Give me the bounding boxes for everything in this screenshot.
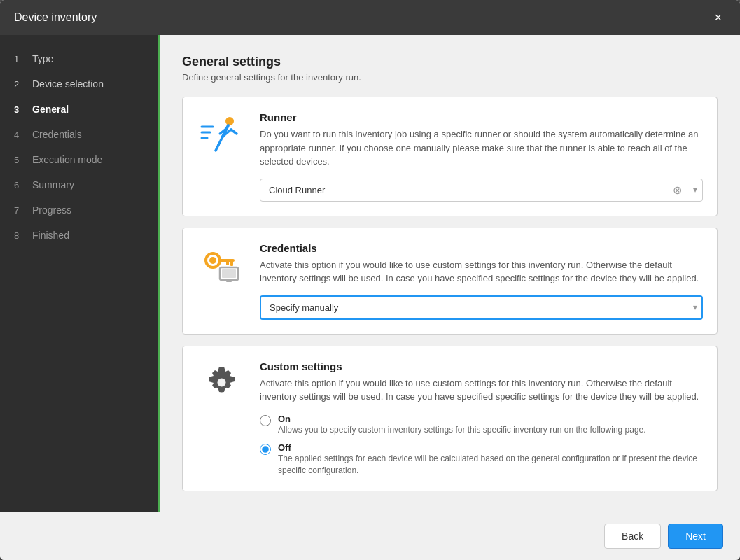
sidebar-label-summary: Summary [32,179,74,190]
step-num-4: 4 [14,130,25,140]
modal-body: 1 Type 2 Device selection 3 General 4 Cr… [0,35,740,512]
credentials-select-wrapper: Specify manually Use defaults From vault… [260,295,703,320]
radio-on-title: On [278,414,646,424]
svg-point-11 [209,257,216,264]
radio-off-title: Off [278,442,703,453]
credentials-icon [200,245,242,284]
sidebar-label-progress: Progress [32,204,71,216]
radio-on-item: On Allows you to specify custom inventor… [260,414,703,436]
svg-point-18 [217,378,225,386]
runner-card-content: Runner Do you want to run this inventory… [260,111,703,202]
sidebar-label-execution-mode: Execution mode [32,154,102,165]
radio-off-label: Off The applied settings for each device… [278,442,703,477]
main-content: General settings Define general settings… [160,35,740,512]
back-button[interactable]: Back [604,524,661,549]
close-button[interactable]: × [710,10,726,25]
sidebar-item-execution-mode[interactable]: 5 Execution mode [0,147,158,172]
sidebar-label-type: Type [32,53,53,64]
svg-point-3 [225,117,234,125]
content-subheading: Define general settings for the inventor… [182,72,718,83]
runner-description: Do you want to run this inventory job us… [260,127,703,169]
modal-footer: Back Next [0,512,740,560]
credentials-select[interactable]: Specify manually Use defaults From vault [260,295,703,320]
radio-on-input[interactable] [260,415,271,426]
runner-icon-container [197,111,246,156]
custom-settings-card: Custom settings Activate this option if … [182,346,718,491]
runner-title: Runner [260,111,703,123]
step-num-2: 2 [14,79,25,90]
sidebar-item-general[interactable]: 3 General [0,97,158,122]
credentials-description: Activate this option if you would like t… [260,258,703,286]
credentials-icon-container [197,242,246,284]
runner-icon [200,114,242,156]
svg-rect-13 [230,262,233,266]
radio-off-input[interactable] [260,444,271,455]
step-num-6: 6 [14,180,25,190]
sidebar-item-type[interactable]: 1 Type [0,46,158,71]
sidebar-label-device-selection: Device selection [32,78,104,90]
runner-card: Runner Do you want to run this inventory… [182,97,718,216]
modal-device-inventory: Device inventory × 1 Type 2 Device selec… [0,0,740,560]
svg-rect-17 [226,280,232,282]
step-num-3: 3 [14,104,25,115]
radio-off-item: Off The applied settings for each device… [260,442,703,477]
content-heading: General settings [182,55,718,69]
sidebar-item-credentials[interactable]: 4 Credentials [0,122,158,147]
content-header: General settings Define general settings… [182,55,718,83]
sidebar-label-finished: Finished [32,230,69,241]
radio-off-description: The applied settings for each device wil… [278,453,703,477]
sidebar-item-progress[interactable]: 7 Progress [0,197,158,223]
sidebar: 1 Type 2 Device selection 3 General 4 Cr… [0,35,160,512]
custom-settings-description: Activate this option if you would like t… [260,377,703,404]
step-num-1: 1 [14,54,25,64]
svg-rect-14 [226,262,229,265]
credentials-card-content: Credentials Activate this option if you … [260,242,703,320]
sidebar-label-credentials: Credentials [32,129,82,140]
svg-line-6 [231,130,237,134]
svg-line-7 [218,136,223,145]
custom-settings-content: Custom settings Activate this option if … [260,360,703,477]
step-num-5: 5 [14,155,25,165]
modal-title: Device inventory [14,11,97,24]
svg-rect-12 [219,259,235,262]
custom-settings-radio-group: On Allows you to specify custom inventor… [260,414,703,477]
radio-on-label: On Allows you to specify custom inventor… [278,414,646,436]
runner-select-clear[interactable]: ⊗ [673,183,682,197]
custom-settings-title: Custom settings [260,360,703,372]
custom-settings-icon-container [197,360,246,402]
credentials-card: Credentials Activate this option if you … [182,227,718,335]
sidebar-item-finished[interactable]: 8 Finished [0,223,158,248]
sidebar-label-general: General [32,104,69,115]
sidebar-item-summary[interactable]: 6 Summary [0,172,158,197]
step-num-8: 8 [14,230,25,241]
gear-icon [202,363,241,402]
svg-line-8 [216,145,218,150]
credentials-title: Credentials [260,242,703,254]
runner-select-wrapper: Cloud Runner Auto Manual ⊗ ▾ [260,178,703,202]
svg-rect-16 [222,270,236,278]
next-button[interactable]: Next [668,524,723,549]
sidebar-item-device-selection[interactable]: 2 Device selection [0,71,158,97]
modal-header: Device inventory × [0,0,740,35]
runner-select[interactable]: Cloud Runner Auto Manual [260,178,703,202]
radio-on-description: Allows you to specify custom inventory s… [278,424,646,436]
step-num-7: 7 [14,205,25,216]
